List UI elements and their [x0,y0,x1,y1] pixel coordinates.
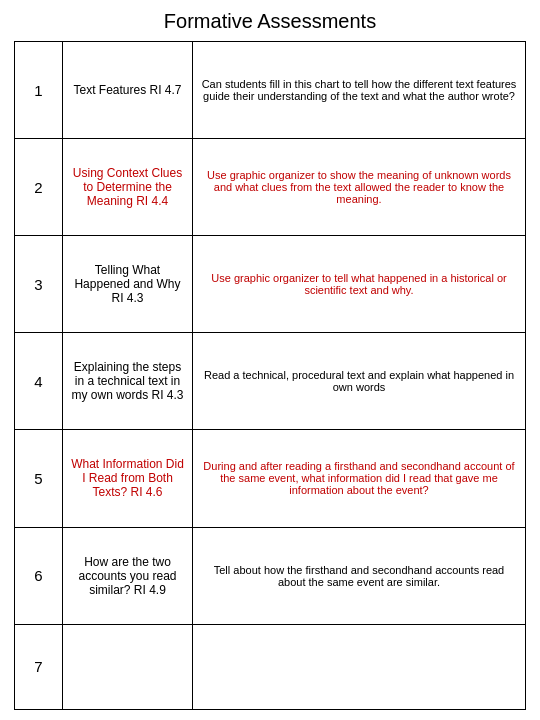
row-number: 6 [15,527,63,624]
row-description: Can students fill in this chart to tell … [193,42,526,139]
table-row: 2Using Context Clues to Determine the Me… [15,139,526,236]
table-row: 6How are the two accounts you read simil… [15,527,526,624]
row-skill: Explaining the steps in a technical text… [63,333,193,430]
page: Formative Assessments 1Text Features RI … [0,0,540,720]
row-description [193,624,526,709]
row-description: Use graphic organizer to tell what happe… [193,236,526,333]
row-skill: Text Features RI 4.7 [63,42,193,139]
row-number: 5 [15,430,63,527]
row-description: Read a technical, procedural text and ex… [193,333,526,430]
table-row: 5What Information Did I Read from Both T… [15,430,526,527]
row-number: 1 [15,42,63,139]
row-number: 2 [15,139,63,236]
row-skill [63,624,193,709]
row-description: Tell about how the firsthand and secondh… [193,527,526,624]
table-row: 4Explaining the steps in a technical tex… [15,333,526,430]
row-skill: Using Context Clues to Determine the Mea… [63,139,193,236]
row-skill: Telling What Happened and Why RI 4.3 [63,236,193,333]
row-number: 3 [15,236,63,333]
row-description: During and after reading a firsthand and… [193,430,526,527]
table-row: 1Text Features RI 4.7Can students fill i… [15,42,526,139]
row-skill: What Information Did I Read from Both Te… [63,430,193,527]
row-description: Use graphic organizer to show the meanin… [193,139,526,236]
row-number: 7 [15,624,63,709]
assessments-table: 1Text Features RI 4.7Can students fill i… [14,41,526,710]
row-number: 4 [15,333,63,430]
table-row: 7 [15,624,526,709]
row-skill: How are the two accounts you read simila… [63,527,193,624]
page-title: Formative Assessments [14,10,526,33]
table-row: 3Telling What Happened and Why RI 4.3Use… [15,236,526,333]
